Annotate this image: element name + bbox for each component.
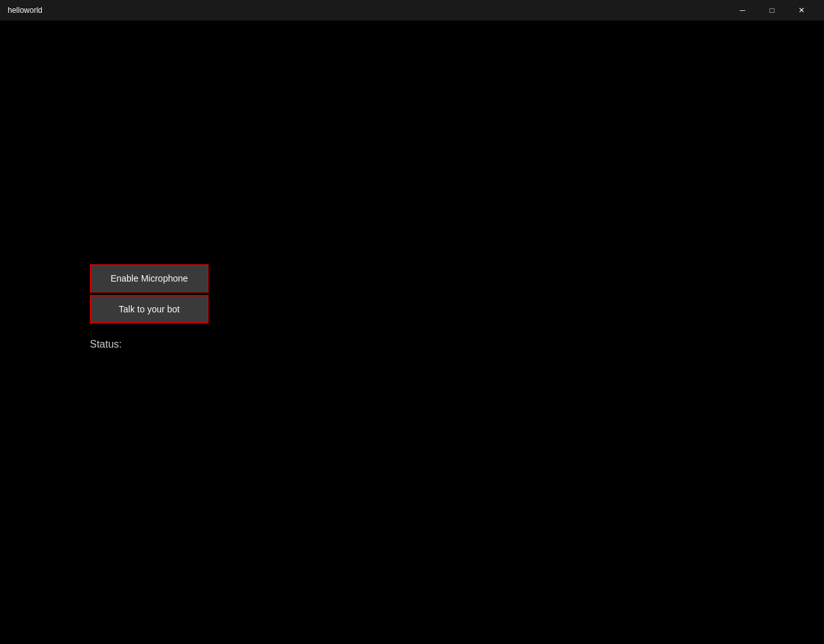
window-controls: ─ □ ✕ [728,0,816,21]
maximize-button[interactable]: □ [757,0,787,21]
status-label: Status: [90,339,122,350]
app-title: helloworld [8,6,42,15]
title-bar: helloworld ─ □ ✕ [0,0,824,21]
minimize-button[interactable]: ─ [728,0,757,21]
enable-microphone-button[interactable]: Enable Microphone [90,264,209,292]
main-content: Enable Microphone Talk to your bot Statu… [0,21,824,644]
close-button[interactable]: ✕ [787,0,816,21]
talk-to-bot-button[interactable]: Talk to your bot [90,295,209,323]
